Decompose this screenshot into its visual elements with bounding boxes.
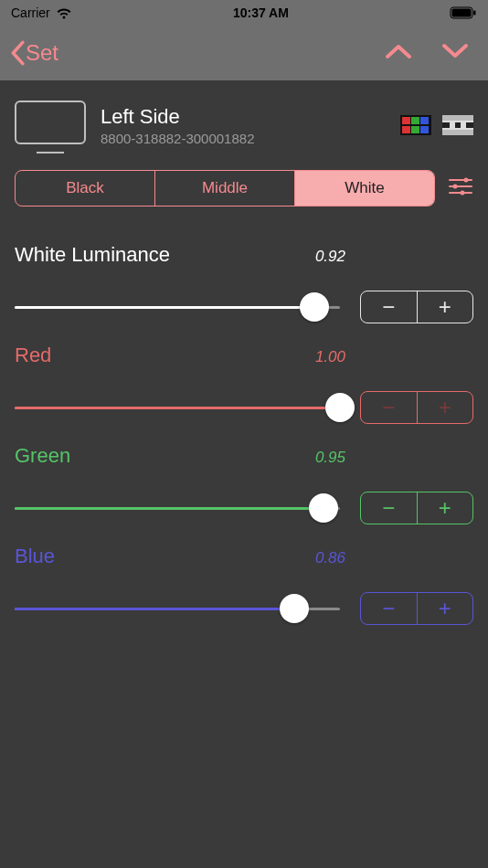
slider-luminance[interactable] xyxy=(15,293,340,321)
param-value-red: 1.00 xyxy=(315,348,345,366)
svg-point-20 xyxy=(453,185,458,189)
stepper-luminance: −+ xyxy=(360,291,473,323)
back-button[interactable]: Set xyxy=(9,40,58,66)
svg-rect-1 xyxy=(451,9,471,17)
tab-white[interactable]: White xyxy=(295,171,434,206)
param-label-luminance: White Luminance xyxy=(15,243,170,267)
decrement-button[interactable]: − xyxy=(361,291,418,323)
battery-icon xyxy=(450,6,477,19)
next-button[interactable] xyxy=(440,42,470,64)
slider-green[interactable] xyxy=(15,494,340,522)
settings-button[interactable] xyxy=(448,175,473,201)
stepper-red: −+ xyxy=(360,391,473,424)
prev-button[interactable] xyxy=(384,42,413,64)
slider-thumb[interactable] xyxy=(300,292,329,322)
color-pattern-button[interactable] xyxy=(400,115,431,135)
svg-rect-4 xyxy=(402,117,410,124)
svg-rect-9 xyxy=(420,126,429,133)
slider-thumb[interactable] xyxy=(309,493,338,523)
tab-middle[interactable]: Middle xyxy=(155,171,295,206)
param-label-green: Green xyxy=(15,444,70,468)
sliders-icon xyxy=(448,175,473,197)
chevron-up-icon xyxy=(384,42,413,60)
svg-point-21 xyxy=(461,191,465,196)
param-blue: Blue0.86−+ xyxy=(15,545,473,625)
decrement-button[interactable]: − xyxy=(361,593,418,624)
param-green: Green0.95−+ xyxy=(15,444,473,524)
back-label: Set xyxy=(26,40,58,66)
slider-thumb[interactable] xyxy=(325,393,355,422)
svg-rect-15 xyxy=(442,130,473,135)
chevron-down-icon xyxy=(440,42,470,60)
svg-rect-2 xyxy=(473,11,476,16)
svg-rect-11 xyxy=(442,115,473,121)
slider-thumb[interactable] xyxy=(280,594,309,623)
param-red: Red1.00−+ xyxy=(15,344,473,424)
svg-rect-13 xyxy=(450,122,455,128)
svg-rect-12 xyxy=(442,122,473,128)
monitor-icon xyxy=(15,101,86,150)
stepper-blue: −+ xyxy=(360,592,473,625)
decrement-button[interactable]: − xyxy=(361,392,418,423)
device-title: Left Side xyxy=(101,105,386,129)
wifi-icon xyxy=(56,7,72,19)
increment-button[interactable]: + xyxy=(418,392,473,423)
svg-rect-14 xyxy=(461,122,466,128)
increment-button[interactable]: + xyxy=(418,593,473,624)
clock-label: 10:37 AM xyxy=(233,5,289,20)
carrier-label: Carrier xyxy=(11,5,50,20)
param-luminance: White Luminance0.92−+ xyxy=(15,243,473,323)
svg-rect-8 xyxy=(411,126,419,133)
decrement-button[interactable]: − xyxy=(361,492,418,524)
tab-black[interactable]: Black xyxy=(16,171,155,206)
grayscale-pattern-button[interactable] xyxy=(442,115,473,135)
slider-red[interactable] xyxy=(15,394,340,421)
device-serial: 8800-318882-300001882 xyxy=(101,131,386,146)
param-label-red: Red xyxy=(15,344,51,367)
increment-button[interactable]: + xyxy=(418,492,473,524)
nav-bar: Set xyxy=(0,26,488,80)
device-header: Left Side 8800-318882-300001882 xyxy=(0,80,488,170)
stepper-green: −+ xyxy=(360,492,473,524)
svg-rect-5 xyxy=(411,117,419,124)
increment-button[interactable]: + xyxy=(418,291,473,323)
slider-blue[interactable] xyxy=(15,595,340,622)
level-segmented: Black Middle White xyxy=(15,170,435,206)
svg-point-19 xyxy=(464,178,469,183)
param-value-green: 0.95 xyxy=(315,449,345,467)
chevron-left-icon xyxy=(9,40,26,66)
svg-rect-6 xyxy=(420,117,429,124)
svg-rect-7 xyxy=(402,126,410,133)
param-value-blue: 0.86 xyxy=(315,549,345,567)
status-bar: Carrier 10:37 AM xyxy=(0,0,488,26)
param-label-blue: Blue xyxy=(15,545,55,568)
param-value-luminance: 0.92 xyxy=(315,248,345,266)
